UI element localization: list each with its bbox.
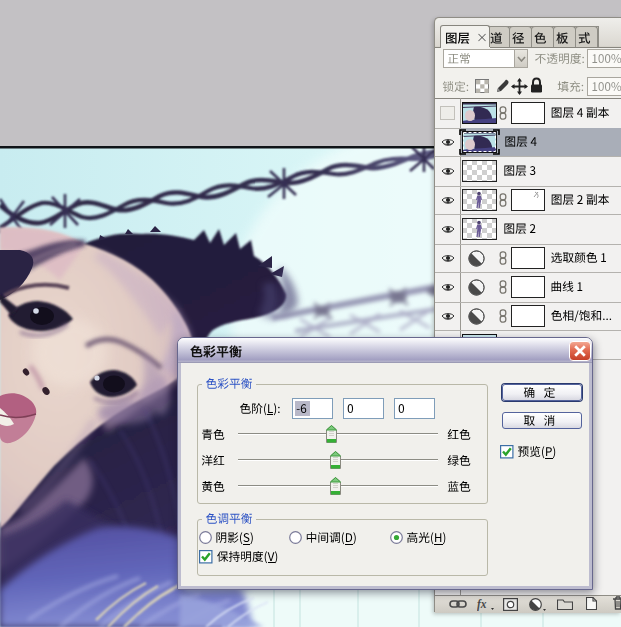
svg-text:fx: fx <box>477 598 487 611</box>
